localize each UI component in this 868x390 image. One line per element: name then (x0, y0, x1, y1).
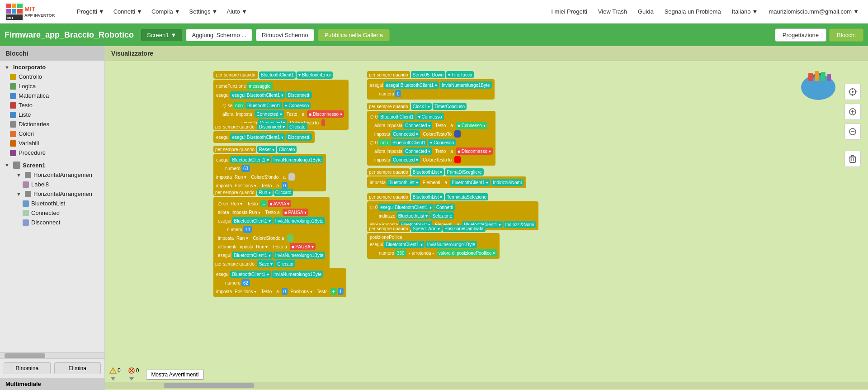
zoom-in-icon (848, 107, 857, 116)
sidebar-item-controllo[interactable]: Controllo (0, 72, 104, 81)
main-area: Blocchi ▼ Incorporato Controllo Logica M… (0, 46, 868, 390)
sidebar-item-incorporato[interactable]: ▼ Incorporato (0, 62, 104, 72)
svg-rect-1 (6, 4, 11, 8)
sidebar-item-liste[interactable]: Liste (0, 110, 104, 119)
sidebar-item-procedure[interactable]: Procedure (0, 148, 104, 157)
warning-triangle-icon (109, 367, 117, 374)
svg-marker-18 (111, 377, 115, 380)
sidebar-item-disconnect[interactable]: Disconnect (0, 218, 104, 227)
block-group-2[interactable]: per sempre quando Servo05_Down ▾ FineToc… (367, 70, 495, 100)
view-toggle: Progettazione Blocchi (775, 29, 863, 42)
progettazione-button[interactable]: Progettazione (775, 29, 826, 42)
sidebar-item-variabili[interactable]: Variabili (0, 138, 104, 148)
procedure-color (10, 150, 16, 156)
publish-gallery-button[interactable]: Pubblica nella Galleria (318, 29, 390, 41)
nav-connetti[interactable]: Connetti ▼ (109, 5, 147, 18)
blocchi-button[interactable]: Blocchi (829, 29, 863, 42)
svg-rect-6 (17, 9, 23, 14)
screen-selector[interactable]: Screen1 ▼ (141, 29, 182, 41)
zoom-out-button[interactable] (844, 124, 861, 140)
trash-button[interactable] (844, 151, 861, 167)
block-group-10[interactable]: per sempre quando Speed_Arm ▾ PosizioneC… (367, 224, 500, 259)
svg-rect-5 (12, 9, 16, 14)
sidebar-item-testo[interactable]: Testo (0, 100, 104, 110)
logo-text: MIT APP INVENTOR (24, 5, 55, 18)
nav-segnala[interactable]: Segnala un Problema (660, 5, 726, 18)
project-title: Firmware_app_Braccio_Robotico (5, 30, 134, 40)
nav-progetti[interactable]: Progetti ▼ (72, 5, 109, 18)
h2-expand: ▼ (16, 191, 23, 197)
remove-screen-button[interactable]: Rimuovi Schermo (256, 29, 314, 41)
error-x-icon (128, 367, 135, 374)
sidebar-bottom-buttons: Rinomina Elimina (0, 358, 104, 378)
nav-aiuto[interactable]: Aiuto ▼ (222, 5, 252, 18)
crosshair-button[interactable] (844, 84, 861, 100)
nav-settings[interactable]: Settings ▼ (185, 5, 222, 18)
controllo-color (10, 74, 16, 80)
h1-expand: ▼ (16, 172, 23, 178)
sidebar-item-label8[interactable]: Label8 (0, 180, 104, 189)
svg-rect-2 (12, 4, 16, 8)
svg-rect-4 (6, 9, 11, 14)
canvas-horizontal-scrollbar[interactable] (105, 382, 868, 389)
sidebar-hscroll[interactable] (0, 352, 104, 358)
sidebar-item-connected[interactable]: Connected (0, 208, 104, 218)
error-count: 0 (136, 367, 139, 374)
sidebar-item-matematica[interactable]: Matematica (0, 91, 104, 100)
sidebar-item-horizontal2[interactable]: ▼ HorizontalArrangemen (0, 189, 104, 199)
dictionaries-color (10, 121, 16, 128)
logo-area: MIT MIT APP INVENTOR (5, 2, 63, 22)
nav-guida[interactable]: Guida (633, 5, 658, 18)
sidebar: Blocchi ▼ Incorporato Controllo Logica M… (0, 46, 105, 390)
canvas-hscroll-thumb (164, 383, 254, 388)
zoom-in-button[interactable] (844, 104, 861, 120)
svg-rect-34 (850, 157, 855, 162)
matematica-color (10, 93, 16, 99)
svg-point-28 (852, 91, 854, 93)
crosshair-icon (848, 87, 857, 96)
delete-button[interactable]: Elimina (54, 362, 101, 374)
nav-miei-progetti[interactable]: I miei Progetti (547, 5, 591, 18)
down-arrow2-icon (128, 375, 135, 382)
nav-user-email[interactable]: mauriziomiscio.mm@gmail.com ▼ (764, 5, 863, 18)
sidebar-item-colori[interactable]: Colori (0, 129, 104, 138)
colori-color (10, 131, 16, 137)
sidebar-item-dictionaries[interactable]: Dictionaries (0, 119, 104, 129)
add-screen-button[interactable]: Aggiungi Schermo ... (186, 29, 252, 41)
nav-right-area: I miei Progetti View Trash Guida Segnala… (547, 5, 863, 18)
block-group-4[interactable]: per sempre quando Clock1 ▾ TimerConcluso… (367, 102, 495, 166)
sidebar-item-screen1[interactable]: ▼ Screen1 (0, 160, 104, 170)
canvas-content[interactable]: per sempre quando BluetoothClient1 ▾ Blu… (105, 61, 868, 389)
canvas-area: Visualizzatore (105, 46, 868, 390)
nav-italiano[interactable]: Italiano ▼ (727, 5, 763, 18)
mit-logo-icon: MIT (5, 2, 24, 22)
svg-rect-14 (827, 74, 831, 81)
block-group-7[interactable]: per sempre quando Run ▾ Cliccato ⬡ se Ru… (213, 188, 330, 271)
svg-rect-13 (821, 72, 826, 81)
screen1-expand-icon: ▼ (5, 162, 11, 168)
expand-icon: ▼ (5, 65, 11, 70)
warning-count: 0 (118, 367, 121, 374)
svg-text:MIT: MIT (7, 16, 14, 20)
block-group-1[interactable]: per sempre quando BluetoothClient1 ▾ Blu… (213, 70, 349, 130)
rename-button[interactable]: Rinomina (4, 362, 51, 374)
zoom-out-icon (848, 127, 857, 136)
sidebar-item-bluetoothlist[interactable]: BluetoothList (0, 199, 104, 208)
project-bar: Firmware_app_Braccio_Robotico Screen1 ▼ … (0, 24, 868, 46)
sidebar-footer: Multimediale (0, 378, 104, 390)
sidebar-item-horizontal1[interactable]: ▼ HorizontalArrangemen (0, 170, 104, 180)
nav-compila[interactable]: Compila ▼ (147, 5, 185, 18)
nav-view-trash[interactable]: View Trash (594, 5, 632, 18)
top-navigation: MIT MIT APP INVENTOR Progetti ▼ Connetti… (0, 0, 868, 24)
block-group-5[interactable]: per sempre quando Reset ▾ Cliccato esegu… (213, 145, 326, 191)
block-group-9[interactable]: per sempre quando Save ▾ Cliccato esegui… (213, 259, 346, 297)
svg-point-17 (113, 372, 113, 373)
down-arrow-icon (109, 375, 117, 382)
show-warnings-button[interactable]: Mostra Avvertimenti (146, 370, 203, 380)
svg-marker-22 (129, 377, 134, 380)
sidebar-title: Blocchi (0, 46, 104, 61)
block-group-6[interactable]: per sempre quando BluetoothList ▾ PrimaD… (367, 167, 526, 188)
svg-rect-11 (808, 73, 813, 81)
sidebar-item-logica[interactable]: Logica (0, 81, 104, 91)
block-group-3[interactable]: per sempre quando Disconnect ▾ Cliccato … (213, 122, 315, 143)
